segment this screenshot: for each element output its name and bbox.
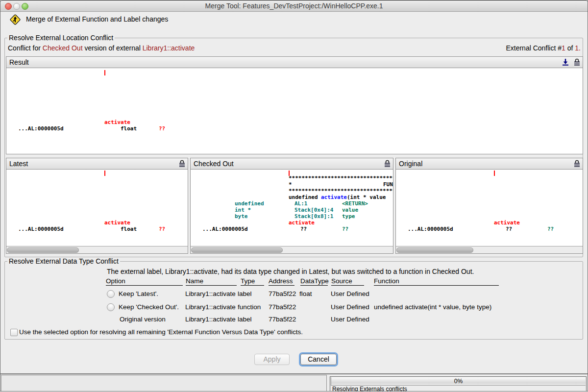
listing-text: activate <box>321 194 347 200</box>
checked-out-listing[interactable]: *************************************FUN… <box>191 170 393 246</box>
column-header-name: Name <box>186 277 237 286</box>
group-title: Resolve External Location Conflict <box>7 34 115 42</box>
option-label[interactable]: Keep 'Checked Out'. <box>119 303 179 311</box>
listing-text: float <box>121 125 137 132</box>
text-segment: Checked Out <box>43 44 83 52</box>
function-cell: undefined activate(int * value, byte typ… <box>374 303 491 311</box>
listing-line: undefinedAL:1<RETURN> <box>191 200 393 207</box>
column-header-function: Function <box>374 277 499 286</box>
scrollbar-thumb[interactable] <box>191 247 283 253</box>
use-for-all-label[interactable]: Use the selected option for resolving al… <box>19 328 303 336</box>
scrollbar-thumb[interactable] <box>7 247 79 253</box>
address-cell: 77ba5f22 <box>269 316 296 323</box>
listing-text: ?? <box>342 226 348 232</box>
address-cell: 77ba5f22 <box>269 303 296 311</box>
text-segment: 1 <box>562 44 565 52</box>
listing-text: value <box>342 207 358 213</box>
listing-text: ?? <box>547 226 554 232</box>
listing-line: ...AL:0000005dfloat?? <box>6 226 188 232</box>
column-header-option: Option <box>106 277 183 286</box>
type-cell: label <box>238 316 252 323</box>
text-segment: Library1::activate <box>143 44 195 52</box>
listing-line: ************************************ <box>191 175 393 181</box>
listing-text: int * <box>235 207 251 213</box>
text-segment: version of external <box>83 44 143 52</box>
listing-line: ...AL:0000005dfloat?? <box>6 125 583 132</box>
lock-icon[interactable] <box>574 160 580 167</box>
conflict-description: Conflict for Checked Out version of exte… <box>8 44 195 52</box>
horizontal-scrollbar[interactable] <box>191 246 393 253</box>
table-header-row: Option Name Type Address DataType Source… <box>0 277 588 286</box>
type-cell: label <box>238 290 252 298</box>
listing-line: *FUNCTION <box>191 181 393 188</box>
listing-text: ?? <box>506 226 512 232</box>
listing-text: Stack[0x4]:4 <box>294 207 333 213</box>
lock-icon[interactable] <box>179 160 185 167</box>
name-cell: Library1::activate <box>185 303 236 311</box>
column-header-type: Type <box>241 277 264 286</box>
listing-text: ************************************ <box>289 188 393 194</box>
latest-listing[interactable]: activate...AL:0000005dfloat?? <box>6 170 188 246</box>
listing-line: undefined activate(int * value <box>191 194 393 200</box>
listing-text: FUNCTION <box>383 181 393 188</box>
listing-text: ?? <box>159 125 165 132</box>
datatype-cell: float <box>299 290 312 298</box>
table-row: Original version Library1::activate labe… <box>0 316 588 323</box>
original-panel-header: Original <box>396 158 583 170</box>
conflict-explanation: The external label, Library1::activate, … <box>107 268 474 275</box>
listing-line: int *Stack[0x4]:4value <box>191 207 393 213</box>
listing-text: ...AL:0000005d <box>202 226 248 232</box>
checked-out-panel-header: Checked Out <box>191 158 393 170</box>
status-bar-left <box>1 375 327 392</box>
listing-text: (int * value <box>347 194 386 200</box>
horizontal-scrollbar[interactable] <box>6 246 188 253</box>
source-cell: User Defined <box>331 316 369 323</box>
listing-cursor <box>104 171 105 176</box>
text-segment: of <box>565 44 575 52</box>
listing-line: activate <box>191 220 393 226</box>
table-row: Keep 'Checked Out'. Library1::activate f… <box>0 303 588 311</box>
titlebar[interactable]: Merge Tool: Features_DevTestProject:/Win… <box>0 0 588 12</box>
listing-line: byteStack[0x8]:1type <box>191 213 393 220</box>
address-cell: 77ba5f22 <box>269 290 296 298</box>
status-bar-right: 0% Resolving Externals conflicts <box>330 376 587 392</box>
status-separator <box>0 373 588 374</box>
banner-text: Merge of External Function and Label cha… <box>26 11 168 27</box>
latest-panel: Latest activate...AL:0000005dfloat?? <box>6 158 188 254</box>
keep-checked-out-radio[interactable] <box>107 303 115 311</box>
listing-text: ?? <box>300 226 307 232</box>
option-label[interactable]: Keep 'Latest'. <box>119 290 158 298</box>
text-segment: . <box>579 44 581 52</box>
listing-cursor <box>494 171 495 176</box>
listing-text: ?? <box>159 226 165 232</box>
group-title: Resolve External Data Type Conflict <box>7 257 120 265</box>
result-panel-header: Result <box>6 57 583 68</box>
apply-button[interactable]: Apply <box>254 354 290 365</box>
status-message: Resolving Externals conflicts <box>332 386 407 392</box>
listing-text: AL:1 <box>294 200 308 207</box>
panel-title: Result <box>9 57 29 68</box>
listing-text: Stack[0x8]:1 <box>294 213 333 220</box>
use-for-all-checkbox[interactable] <box>10 329 18 336</box>
text-segment: Conflict for <box>8 44 43 52</box>
progress-bar: 0% <box>331 377 586 386</box>
keep-latest-radio[interactable] <box>107 290 115 298</box>
text-segment: External Conflict # <box>506 44 562 52</box>
listing-text: float <box>121 226 137 232</box>
lock-icon[interactable] <box>574 58 580 66</box>
download-icon[interactable] <box>562 58 569 66</box>
option-label: Original version <box>120 316 166 323</box>
listing-text: ...AL:0000005d <box>18 125 64 132</box>
listing-line: activate <box>396 220 583 226</box>
horizontal-scrollbar[interactable] <box>396 246 583 253</box>
scrollbar-thumb[interactable] <box>396 247 473 253</box>
listing-text: <RETURN> <box>342 200 368 207</box>
listing-text: ************************************ <box>289 175 393 181</box>
result-listing[interactable]: activate...AL:0000005dfloat?? <box>6 68 583 154</box>
cancel-button[interactable]: Cancel <box>300 354 337 365</box>
listing-text: undefined <box>235 200 264 207</box>
lock-icon[interactable] <box>384 160 391 167</box>
original-listing[interactable]: activate...AL:0000005d???? <box>396 170 583 246</box>
column-header-source: Source <box>331 277 364 286</box>
table-row: Keep 'Latest'. Library1::activate label … <box>0 290 588 298</box>
